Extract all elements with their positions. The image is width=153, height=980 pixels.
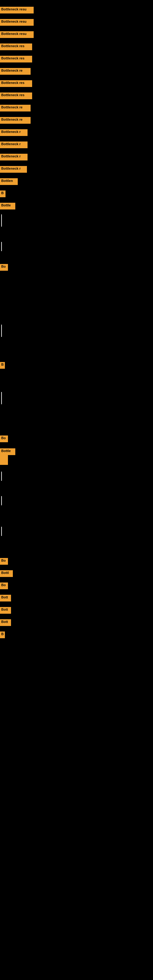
vertical-line-l2: [1, 242, 2, 251]
bottleneck-badge-b26: Bott: [0, 595, 11, 601]
vertical-line-l1: [1, 215, 2, 227]
bottleneck-badge-b15: Bottlen: [0, 178, 18, 185]
bottleneck-badge-b23: Bo: [0, 558, 8, 565]
bottleneck-badge-b4: Bottleneck res: [0, 43, 32, 50]
bottleneck-badge-b7: Bottleneck res: [0, 80, 32, 87]
vertical-line-l4: [1, 392, 2, 404]
bottleneck-badge-b14: Bottleneck r: [0, 166, 27, 173]
bottleneck-badge-b10: Bottleneck re: [0, 117, 30, 124]
bottleneck-badge-b1: Bottleneck resu: [0, 7, 33, 13]
bottleneck-badge-b12: Bottleneck r: [0, 142, 27, 148]
bottleneck-badge-b29: B: [0, 632, 5, 638]
bottleneck-badge-b3: Bottleneck resu: [0, 31, 33, 38]
bottleneck-badge-b17: Bottle: [0, 203, 15, 210]
vertical-line-l3: [1, 325, 2, 337]
bottleneck-badge-b24: Bottl: [0, 570, 13, 577]
vertical-line-l6: [1, 496, 2, 505]
bottleneck-badge-b8: Bottleneck res: [0, 92, 32, 99]
bottleneck-badge-b13: Bottleneck r: [0, 154, 27, 161]
bottleneck-badge-b11: Bottleneck r: [0, 129, 27, 136]
bottleneck-badge-b6: Bottleneck re: [0, 68, 30, 75]
bottleneck-badge-b28: Bott: [0, 619, 11, 626]
bottleneck-badge-b2: Bottleneck resu: [0, 19, 33, 26]
bottleneck-badge-b19: B: [0, 362, 5, 369]
bottleneck-badge-b20: Bo: [0, 436, 8, 442]
bottleneck-badge-b18: Bo: [0, 264, 8, 271]
bottleneck-badge-b5: Bottleneck res: [0, 56, 32, 62]
bottleneck-badge-b25: Bo: [0, 582, 8, 589]
vertical-line-l7: [1, 527, 2, 536]
bottleneck-badge-b9: Bottleneck re: [0, 105, 30, 111]
bottleneck-badge-b22: Bottle: [0, 449, 15, 455]
bottleneck-badge-b27: Bott: [0, 607, 11, 614]
bottleneck-badge-b16: B: [0, 191, 5, 197]
vertical-line-l5: [1, 472, 2, 481]
